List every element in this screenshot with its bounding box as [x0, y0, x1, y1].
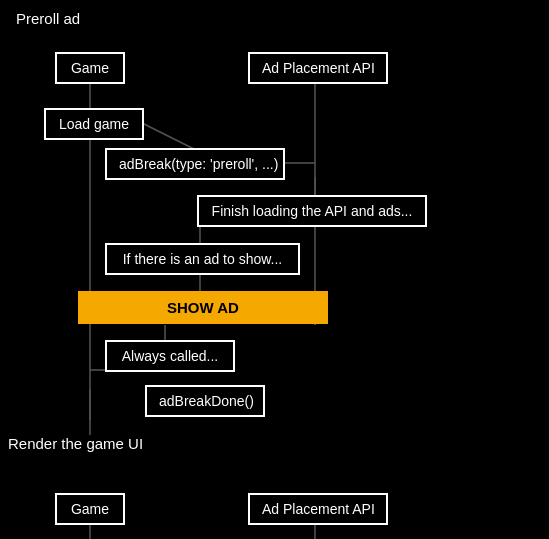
- ad-placement-api-box-2: Ad Placement API: [248, 493, 388, 525]
- show-ad-box: SHOW AD: [78, 291, 328, 324]
- always-called-box: Always called...: [105, 340, 235, 372]
- if-ad-box: If there is an ad to show...: [105, 243, 300, 275]
- ad-placement-api-box-1: Ad Placement API: [248, 52, 388, 84]
- render-game-ui-label: Render the game UI: [8, 435, 143, 452]
- adbreak-call-box: adBreak(type: 'preroll', ...): [105, 148, 285, 180]
- finish-loading-box: Finish loading the API and ads...: [197, 195, 427, 227]
- load-game-box: Load game: [44, 108, 144, 140]
- game-box-1: Game: [55, 52, 125, 84]
- game-box-2: Game: [55, 493, 125, 525]
- adbreak-done-box: adBreakDone(): [145, 385, 265, 417]
- preroll-ad-label: Preroll ad: [16, 10, 80, 27]
